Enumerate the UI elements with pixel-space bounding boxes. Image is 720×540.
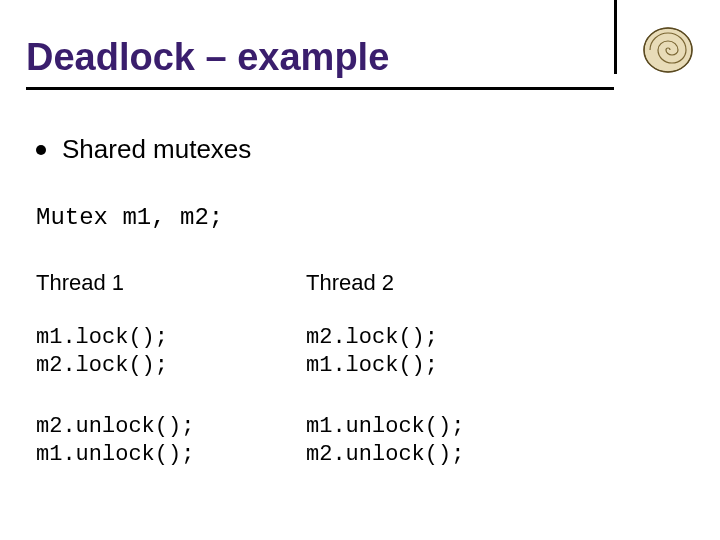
spiral-shell-icon — [642, 22, 698, 74]
thread-2-heading: Thread 2 — [306, 270, 576, 296]
thread-2-unlock-code: m1.unlock(); m2.unlock(); — [306, 413, 576, 468]
title-vertical-rule — [614, 0, 617, 74]
thread-1-heading: Thread 1 — [36, 270, 306, 296]
title-region: Deadlock – example — [26, 36, 614, 90]
thread-1-column: Thread 1 m1.lock(); m2.lock(); m2.unlock… — [36, 270, 306, 502]
slide: Deadlock – example Shared mutexes Mutex … — [0, 0, 720, 540]
thread-1-unlock-code: m2.unlock(); m1.unlock(); — [36, 413, 306, 468]
title-underline — [26, 87, 614, 90]
thread-1-lock-code: m1.lock(); m2.lock(); — [36, 324, 306, 379]
bullet-item: Shared mutexes — [36, 134, 251, 165]
thread-2-lock-code: m2.lock(); m1.lock(); — [306, 324, 576, 379]
threads-columns: Thread 1 m1.lock(); m2.lock(); m2.unlock… — [36, 270, 576, 502]
bullet-text: Shared mutexes — [62, 134, 251, 165]
mutex-declaration-code: Mutex m1, m2; — [36, 204, 223, 231]
slide-title: Deadlock – example — [26, 36, 614, 81]
thread-2-column: Thread 2 m2.lock(); m1.lock(); m1.unlock… — [306, 270, 576, 502]
bullet-dot-icon — [36, 145, 46, 155]
